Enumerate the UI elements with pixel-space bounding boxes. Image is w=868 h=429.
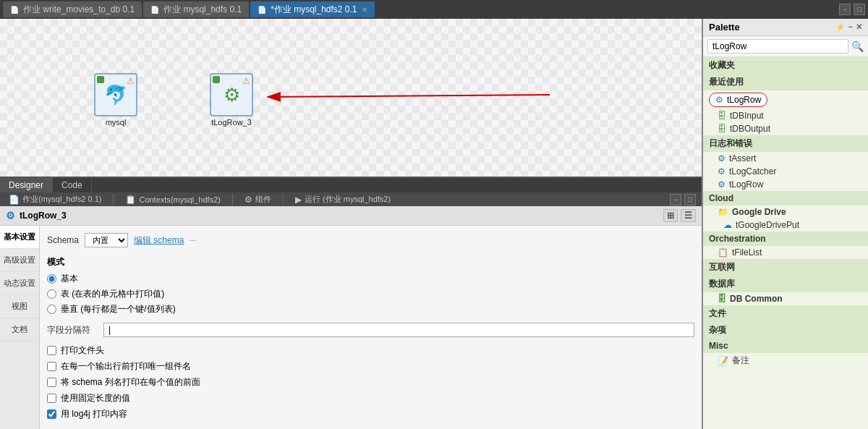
- checkbox-unique-name[interactable]: [47, 362, 56, 371]
- tlogrow3-icon: ⚙: [224, 84, 240, 106]
- palette-section-database[interactable]: 数据库: [703, 276, 868, 292]
- node-badge-mysql: [97, 76, 104, 83]
- palette-list: 收藏夹 最近使用 ⚙ tLogRow 🗄 tDBInput 🗄 tDBOutpu…: [703, 57, 868, 429]
- palette-close-icon[interactable]: ✕: [856, 22, 862, 32]
- schema-select[interactable]: 内置: [85, 233, 128, 247]
- palette-item-tlogrow-log[interactable]: ⚙ tLogRow: [703, 178, 868, 191]
- tab-close-button[interactable]: ✕: [362, 6, 367, 14]
- tab-write-movies[interactable]: 📄 作业 write_movies_to_db 0.1: [3, 1, 142, 17]
- tab-icon-2: 📄: [150, 6, 159, 14]
- checkbox-log4j[interactable]: [47, 409, 56, 419]
- radio-vertical[interactable]: [47, 305, 56, 314]
- tlogrow-recent-icon: ⚙: [715, 95, 723, 105]
- palette-search-row: 🔍: [703, 36, 868, 57]
- mode-label: 模式: [47, 256, 694, 268]
- palette-search-input[interactable]: [707, 39, 848, 54]
- palette-section-log-error[interactable]: 日志和错误: [703, 135, 868, 152]
- tdbinput-icon: 🗄: [718, 111, 726, 121]
- palette-recent-tlogrow-wrapper: ⚙ tLogRow: [703, 90, 868, 109]
- tgoogledrive-icon: ☁: [723, 220, 732, 230]
- palette-section-favorites[interactable]: 收藏夹: [703, 57, 868, 74]
- palette-section-recent[interactable]: 最近使用: [703, 74, 868, 90]
- designer-tab[interactable]: Designer: [0, 178, 53, 192]
- tab-label-3: *作业 mysql_hdfs2 0.1: [271, 4, 357, 16]
- palette-header-controls: ⚡ − ✕: [835, 22, 862, 32]
- minimize-button[interactable]: −: [839, 4, 851, 15]
- palette-section-internet[interactable]: 互联网: [703, 259, 868, 276]
- palette-section-misc2[interactable]: Misc: [703, 339, 868, 353]
- tfilelist-icon: 📋: [718, 247, 728, 258]
- radio-basic[interactable]: [47, 274, 56, 284]
- palette-item-dbcommon[interactable]: 🗄 DB Common: [703, 292, 868, 305]
- editor-tabs: Designer Code: [0, 178, 702, 192]
- palette-item-note[interactable]: 📝 备注: [703, 353, 868, 368]
- props-nav-view[interactable]: 视图: [0, 295, 39, 318]
- tdboutput-label: tDBOutput: [730, 124, 770, 134]
- edit-schema-link[interactable]: 编辑 schema: [134, 234, 184, 247]
- dbcommon-icon: 🗄: [718, 294, 726, 304]
- palette-section-misc1[interactable]: 杂项: [703, 322, 868, 339]
- palette-minimize-icon[interactable]: −: [848, 22, 853, 32]
- tab-mysql-hdfs2[interactable]: 📄 *作业 mysql_hdfs2 0.1 ✕: [250, 1, 374, 17]
- palette-section-file[interactable]: 文件: [703, 305, 868, 322]
- panel-minimize-button[interactable]: −: [670, 194, 681, 205]
- palette-item-tlogrow-highlighted[interactable]: ⚙ tLogRow: [709, 93, 767, 107]
- components-item[interactable]: ⚙ 组件: [242, 192, 274, 206]
- palette-section-cloud[interactable]: Cloud: [703, 191, 868, 205]
- left-panel: 🐬 ⚠ mysql ⚙ ⚠ tLogRow_3: [0, 19, 702, 429]
- schema-settings-icon[interactable]: ⋯: [190, 237, 197, 245]
- palette-item-tassert[interactable]: ⚙ tAssert: [703, 152, 868, 165]
- contexts-item[interactable]: 📋 Contexts(mysql_hdfs2): [122, 193, 224, 206]
- run-item[interactable]: ▶ 运行 (作业 mysql_hdfs2): [292, 192, 393, 206]
- tdboutput-icon: 🗄: [718, 124, 726, 134]
- canvas-area[interactable]: 🐬 ⚠ mysql ⚙ ⚠ tLogRow_3: [0, 19, 702, 178]
- tlogcatcher-icon: ⚙: [718, 166, 726, 177]
- palette-item-tgoogledrive[interactable]: ☁ tGoogleDrivePut: [703, 218, 868, 232]
- contexts-label: Contexts(mysql_hdfs2): [139, 195, 221, 204]
- palette-item-tlogcatcher[interactable]: ⚙ tLogCatcher: [703, 165, 868, 178]
- schema-label: Schema: [47, 235, 79, 245]
- code-tab[interactable]: Code: [53, 178, 92, 192]
- props-list-btn[interactable]: ☰: [681, 209, 696, 222]
- mysql-icon: 🐬: [104, 84, 127, 106]
- canvas-node-mysql[interactable]: 🐬 ⚠ mysql: [94, 73, 137, 127]
- job-item[interactable]: 📄 作业(mysql_hdfs2 0.1): [6, 192, 104, 206]
- field-separator-input[interactable]: [103, 323, 694, 337]
- palette-section-orchestration[interactable]: Orchestration: [703, 232, 868, 246]
- tab-mysql-hdfs[interactable]: 📄 作业 mysql_hdfs 0.1: [143, 1, 249, 17]
- checkbox-fixed-len-label: 使用固定长度的值: [61, 392, 130, 404]
- field-separator-label: 字段分隔符: [47, 324, 98, 336]
- checkbox-print-header[interactable]: [47, 346, 56, 355]
- node-box-mysql: 🐬 ⚠: [94, 73, 137, 116]
- palette-item-tdboutput[interactable]: 🗄 tDBOutput: [703, 122, 868, 135]
- props-nav-basic[interactable]: 基本设置: [0, 226, 39, 249]
- components-label: 组件: [255, 194, 271, 205]
- palette-item-google-drive[interactable]: 📁 Google Drive: [703, 205, 868, 218]
- tassert-label: tAssert: [729, 153, 756, 163]
- canvas-node-tlogrow3[interactable]: ⚙ ⚠ tLogRow_3: [210, 73, 253, 127]
- palette-search-button[interactable]: 🔍: [851, 41, 864, 52]
- maximize-button[interactable]: □: [854, 4, 865, 15]
- props-nav-doc[interactable]: 文档: [0, 318, 39, 341]
- check-log4j: 用 log4j 打印内容: [47, 408, 694, 420]
- props-nav-dynamic[interactable]: 动态设置: [0, 272, 39, 295]
- props-nav-advanced[interactable]: 高级设置: [0, 249, 39, 272]
- tlogrow-recent-label: tLogRow: [727, 95, 761, 105]
- palette-item-tdbinput[interactable]: 🗄 tDBInput: [703, 109, 868, 122]
- run-label: 运行 (作业 mysql_hdfs2): [305, 194, 391, 205]
- tfilelist-label: tFileList: [732, 247, 762, 258]
- panel-maximize-button[interactable]: □: [684, 194, 696, 205]
- props-grid-btn[interactable]: ⊞: [663, 209, 678, 222]
- checkbox-fixed-len[interactable]: [47, 394, 56, 403]
- radio-table-label: 表 (在表的单元格中打印值): [61, 288, 164, 300]
- components-icon: ⚙: [244, 195, 252, 205]
- job-label: 作业(mysql_hdfs2 0.1): [22, 194, 101, 205]
- mysql-label: mysql: [106, 118, 127, 127]
- dbcommon-label: DB Common: [730, 294, 783, 304]
- checkbox-unique-name-label: 在每一个输出行前打印唯一组件名: [61, 360, 191, 373]
- palette-item-tfilelist[interactable]: 📋 tFileList: [703, 246, 868, 259]
- checkbox-schema-cols[interactable]: [47, 378, 56, 387]
- radio-table[interactable]: [47, 289, 56, 299]
- palette-filter-icon[interactable]: ⚡: [835, 22, 846, 32]
- toolbar-sep-2: [232, 194, 233, 205]
